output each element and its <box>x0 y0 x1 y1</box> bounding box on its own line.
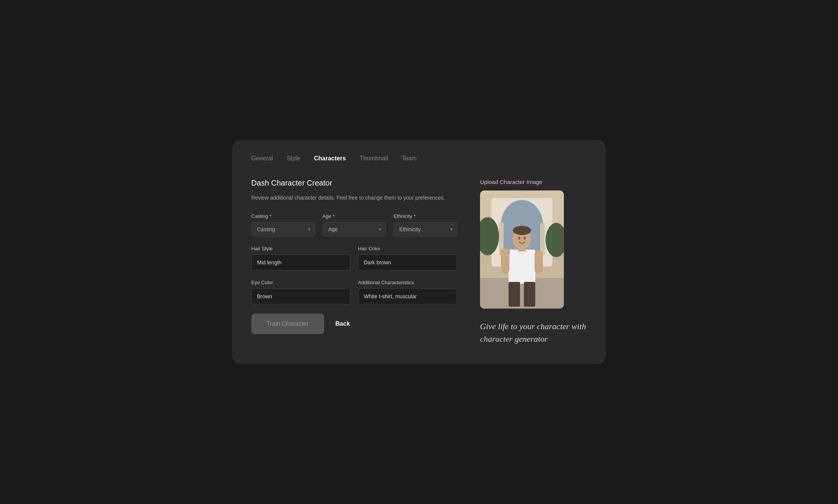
hair-color-label: Hair Color <box>358 246 457 251</box>
group-age: Age * Age <box>323 213 386 237</box>
creator-description: Review additional character details. Fee… <box>251 194 457 202</box>
row-hair: Hair Style Hair Color <box>251 246 457 270</box>
svg-point-15 <box>523 237 526 240</box>
train-character-button[interactable]: Train Character <box>251 314 324 334</box>
svg-rect-17 <box>535 251 543 274</box>
group-ethnicity: Ethnicity * Ethinicity <box>393 213 457 237</box>
age-select[interactable]: Age <box>323 222 386 237</box>
group-eye-color: Eye Color <box>251 280 350 304</box>
additional-label: Additional Characteristics <box>358 280 457 285</box>
ethnicity-label: Ethnicity * <box>393 213 457 219</box>
group-hair-style: Hair Style <box>251 246 350 270</box>
svg-rect-19 <box>509 282 520 307</box>
age-select-wrapper: Age <box>323 222 386 237</box>
group-hair-color: Hair Color <box>358 246 457 270</box>
hair-color-input[interactable] <box>358 254 457 270</box>
character-image <box>480 190 564 309</box>
tagline: Give life to your character with charact… <box>480 320 587 345</box>
additional-input[interactable] <box>358 288 457 304</box>
creator-title: Dash Character Creator <box>251 179 457 187</box>
hair-style-input[interactable] <box>251 254 350 270</box>
ethnicity-select-wrapper: Ethinicity <box>393 222 457 237</box>
left-panel: Dash Character Creator Review additional… <box>251 179 457 345</box>
back-button[interactable]: Back <box>336 320 350 327</box>
svg-point-14 <box>518 237 520 240</box>
ethnicity-select[interactable]: Ethinicity <box>393 222 457 237</box>
upload-label: Upload Character Image <box>480 179 587 185</box>
tab-thumbnail[interactable]: Thumbnail <box>360 155 388 163</box>
hair-style-label: Hair Style <box>251 246 350 251</box>
character-svg <box>480 190 564 309</box>
svg-point-18 <box>500 248 510 256</box>
casting-select-wrapper: Casting <box>251 222 315 237</box>
nav-tabs: General Style Characters Thumbnail Team <box>251 155 587 163</box>
group-additional: Additional Characteristics <box>358 280 457 304</box>
age-label: Age * <box>323 213 386 219</box>
row-casting-age-ethnicity: Casting * Casting Age * Age <box>251 213 457 237</box>
tab-general[interactable]: General <box>251 155 273 163</box>
casting-label: Casting * <box>251 213 315 219</box>
tab-team[interactable]: Team <box>402 155 417 163</box>
svg-rect-6 <box>540 223 545 255</box>
eye-color-label: Eye Color <box>251 280 350 285</box>
casting-select[interactable]: Casting <box>251 222 315 237</box>
eye-color-input[interactable] <box>251 288 350 304</box>
row-eye-additional: Eye Color Additional Characteristics <box>251 280 457 304</box>
buttons-row: Train Character Back <box>251 314 457 334</box>
svg-point-13 <box>513 226 531 235</box>
main-layout: Dash Character Creator Review additional… <box>251 179 587 345</box>
right-panel: Upload Character Image <box>480 179 587 345</box>
main-container: General Style Characters Thumbnail Team … <box>232 140 606 364</box>
svg-rect-20 <box>524 282 535 307</box>
tab-style[interactable]: Style <box>287 155 300 163</box>
tab-characters[interactable]: Characters <box>314 155 346 163</box>
group-casting: Casting * Casting <box>251 213 315 237</box>
